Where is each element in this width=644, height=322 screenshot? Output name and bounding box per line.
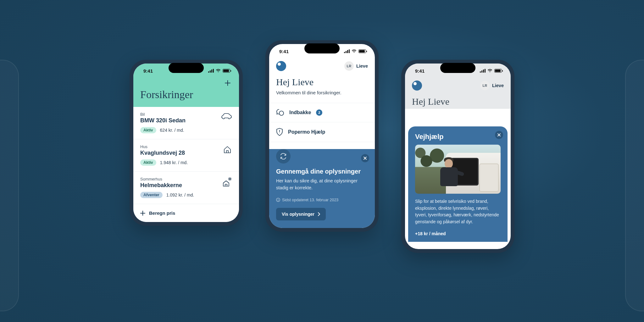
help-label: Popermo Hjælp bbox=[288, 129, 325, 135]
summerhouse-icon bbox=[222, 177, 232, 187]
review-card: Gennemgå dine oplysninger Her kan du sik… bbox=[269, 149, 375, 228]
avatar: LR bbox=[480, 81, 490, 90]
insurance-item[interactable]: Bil BMW 320i Sedan Aktiv 624 kr. / md. bbox=[133, 107, 239, 139]
dynamic-island bbox=[169, 63, 204, 73]
inbox-count: 2 bbox=[316, 109, 322, 116]
calculate-price-label: Beregn pris bbox=[149, 210, 175, 216]
status-time: 9:41 bbox=[279, 49, 289, 54]
card-body: Her kan du sikre dig, at dine oplysninge… bbox=[276, 178, 368, 192]
phone-home: 9:41 LR Lieve Hej Lieve Velkommen til di… bbox=[265, 40, 379, 232]
help-row[interactable]: Popermo Hjælp bbox=[269, 122, 375, 142]
add-insurance-button[interactable] bbox=[224, 79, 231, 87]
sheet-body: Slip for at betale selvrisiko ved brand,… bbox=[415, 198, 501, 225]
greeting-subtitle: Velkommen til dine forsikringer. bbox=[276, 90, 368, 95]
insurance-name: Helmebakkerne bbox=[140, 182, 232, 189]
signal-icon bbox=[344, 49, 350, 53]
insurance-price: 624 kr. / md. bbox=[160, 128, 184, 133]
svg-point-0 bbox=[229, 178, 230, 180]
user-name: Lieve bbox=[492, 83, 504, 88]
insurance-list: Bil BMW 320i Sedan Aktiv 624 kr. / md. H… bbox=[133, 107, 239, 222]
battery-icon bbox=[494, 69, 502, 73]
signal-icon bbox=[480, 69, 486, 73]
insurance-item[interactable]: Hus Kvaglundsvej 28 Aktiv 1.948 kr. / md… bbox=[133, 139, 239, 172]
signal-icon bbox=[208, 69, 214, 73]
phone-sheet: 9:41 LR Lieve Hej Lieve bbox=[401, 60, 514, 253]
user-menu[interactable]: LR Lieve bbox=[344, 61, 368, 71]
status-badge: Afventer bbox=[140, 192, 163, 198]
close-sheet-button[interactable] bbox=[495, 131, 503, 139]
card-meta: Sidst opdateret 13. februar 2023 bbox=[282, 198, 338, 202]
show-details-button[interactable]: Vis oplysninger bbox=[276, 208, 326, 220]
insurance-category: Sommerhus bbox=[140, 177, 232, 181]
insurance-name: Kvaglundsvej 28 bbox=[140, 150, 232, 156]
inbox-label: Indbakke bbox=[289, 110, 311, 115]
car-icon bbox=[221, 113, 232, 119]
insurance-category: Bil bbox=[140, 112, 232, 117]
shield-icon bbox=[276, 128, 283, 136]
status-badge: Aktiv bbox=[140, 159, 156, 166]
user-menu[interactable]: LR Lieve bbox=[480, 81, 504, 90]
status-badge: Aktiv bbox=[140, 127, 156, 133]
dismiss-card-button[interactable] bbox=[361, 154, 369, 162]
calculate-price-button[interactable]: Beregn pris bbox=[133, 204, 239, 222]
status-time: 9:41 bbox=[143, 68, 153, 74]
insurance-category: Hus bbox=[140, 144, 232, 149]
user-name: Lieve bbox=[356, 64, 368, 69]
dynamic-island bbox=[440, 63, 475, 73]
sheet-price: +18 kr / måned bbox=[415, 231, 501, 236]
svg-point-1 bbox=[279, 111, 284, 115]
insurance-name: BMW 320i Sedan bbox=[140, 117, 232, 124]
wifi-icon bbox=[352, 49, 357, 53]
house-icon bbox=[223, 145, 232, 154]
greeting-title: Hej Lieve bbox=[276, 77, 368, 87]
insurance-item[interactable]: Sommerhus Helmebakkerne Afventer 1.092 k… bbox=[133, 172, 239, 204]
refresh-icon bbox=[276, 149, 291, 164]
bottom-sheet: Vejhjælp Slip for at betale selvrisiko v… bbox=[408, 126, 508, 242]
page-title: Forsikringer bbox=[133, 87, 239, 101]
avatar: LR bbox=[344, 61, 354, 71]
insurance-price: 1.092 kr. / md. bbox=[166, 192, 194, 197]
cta-label: Vis oplysninger bbox=[282, 212, 314, 217]
battery-icon bbox=[358, 49, 366, 53]
chat-icon bbox=[276, 109, 284, 116]
info-icon bbox=[276, 198, 280, 202]
sheet-title: Vejhjælp bbox=[415, 133, 501, 141]
wifi-icon bbox=[216, 69, 221, 73]
phone-insurances: 9:41 Forsikringer Bil BMW bbox=[130, 60, 243, 226]
brand-logo[interactable] bbox=[276, 61, 286, 71]
dynamic-island bbox=[304, 43, 340, 53]
status-time: 9:41 bbox=[415, 68, 425, 74]
brand-logo[interactable] bbox=[412, 80, 422, 91]
wifi-icon bbox=[487, 69, 492, 73]
greeting-title: Hej Lieve bbox=[412, 96, 504, 107]
insurance-price: 1.948 kr. / md. bbox=[160, 160, 188, 165]
card-title: Gennemgå dine oplysninger bbox=[276, 168, 368, 175]
battery-icon bbox=[223, 69, 230, 73]
inbox-row[interactable]: Indbakke 2 bbox=[269, 103, 375, 122]
sheet-hero-image bbox=[415, 145, 501, 194]
